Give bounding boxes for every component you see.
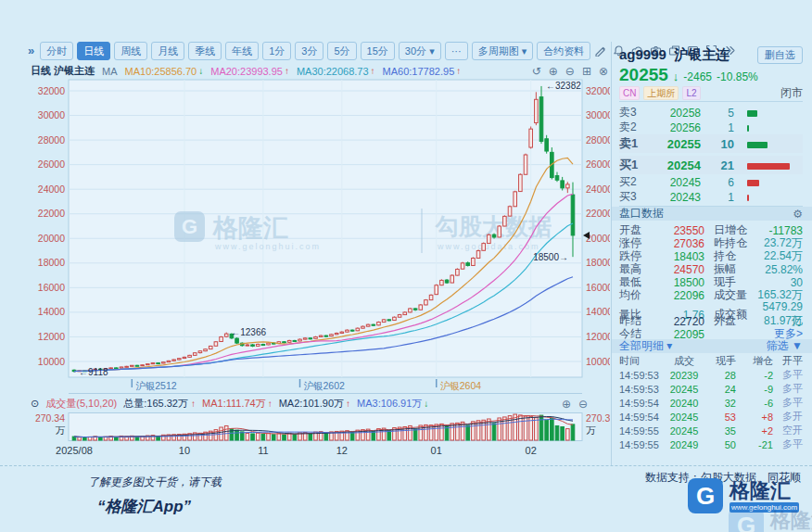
undo-icon[interactable]: ↺ <box>532 65 541 78</box>
indicator-settings-icon[interactable]: ⊙ <box>31 398 39 410</box>
period-button-30分[interactable]: 30分 ▾ <box>399 42 441 60</box>
detail-toolbar: 全部明细 ▾ 筛选 ▼ <box>612 339 812 353</box>
svg-text:11: 11 <box>258 445 268 456</box>
bid-row-买1[interactable]: 买12025421 <box>619 156 803 174</box>
period-button-日线[interactable]: 日线 <box>77 42 110 60</box>
chart-title: 日线 沪银主连 <box>31 64 95 78</box>
period-buttons: 分时日线周线月线季线年线1分3分5分15分30分 ▾···多周期图 ▾合约资料 <box>40 42 594 60</box>
svg-text:万: 万 <box>586 424 596 436</box>
trade-row[interactable]: 14:59:532024524-9多平 <box>619 382 803 396</box>
period-button-···[interactable]: ··· <box>445 42 468 60</box>
trade-row[interactable]: 14:59:532023928-2多平 <box>619 368 803 382</box>
pankou-header: 盘口数据 ⚙ <box>612 207 812 221</box>
ma-legend-item-3: MA60:17782.95↑ <box>383 66 462 77</box>
ma-legend-item-2: MA30:22068.73↑ <box>297 66 375 77</box>
svg-text:万: 万 <box>56 424 66 436</box>
badge-L2: L2 <box>682 86 700 100</box>
volume-zoom-icons: ⊕ ⊖ <box>562 398 608 411</box>
svg-text:←12366: ←12366 <box>231 327 266 337</box>
svg-text:2025/08: 2025/08 <box>56 445 93 456</box>
period-button-月线[interactable]: 月线 <box>151 42 184 60</box>
trade-row[interactable]: 14:59:552024535+2空开 <box>619 424 803 437</box>
svg-text:格隆汇: 格隆汇 <box>212 214 288 242</box>
svg-text:←32382: ←32382 <box>546 81 581 91</box>
volume-indicator-label: 成交量(5,10,20) <box>45 397 117 411</box>
gear-icon[interactable]: ⚙ <box>793 208 803 221</box>
bid-row-买3[interactable]: 买3202431 <box>619 189 803 204</box>
price-down-arrow-icon: ↓ <box>673 68 679 86</box>
settings-icon[interactable]: ⊗ <box>599 65 608 78</box>
pankou-title: 盘口数据 <box>619 206 664 222</box>
vol-zoom-in-icon[interactable]: ⊕ <box>562 398 571 411</box>
period-button-多周期图[interactable]: 多周期图 ▾ <box>472 42 534 60</box>
draw-icon[interactable] <box>594 44 606 57</box>
period-button-5分[interactable]: 5分 <box>327 42 356 60</box>
period-toolbar: » 分时日线周线月线季线年线1分3分5分15分30分 ▾···多周期图 ▾合约资… <box>26 42 610 63</box>
trading-app: » 分时日线周线月线季线年线1分3分5分15分30分 ▾···多周期图 ▾合约资… <box>26 42 812 465</box>
pankou-row-最高: 最高24570振幅25.82% <box>619 261 803 274</box>
ma-legend-item-1: MA20:23993.95↑ <box>210 66 289 77</box>
svg-text:10000: 10000 <box>38 356 65 367</box>
svg-text:16000: 16000 <box>38 282 65 293</box>
promo-line2: “格隆汇App” <box>97 496 222 517</box>
period-button-周线[interactable]: 周线 <box>114 42 147 60</box>
all-detail-dropdown[interactable]: 全部明细 ▾ <box>619 338 672 354</box>
svg-text:←9118: ←9118 <box>79 367 108 377</box>
main-candlestick-chart[interactable]: 1000010000120001200014000140001600016000… <box>26 79 610 394</box>
svg-text:270.34: 270.34 <box>586 412 610 424</box>
pankou-row-均价: 均价22096成交量165.32万 <box>619 287 803 300</box>
filter-button[interactable]: 筛选 ▼ <box>767 338 803 354</box>
trade-row[interactable]: 14:59:542024032-6多平 <box>619 396 803 410</box>
collapse-chevrons-icon[interactable]: » <box>28 44 34 57</box>
gelonghui-logo-text: 格隆汇 <box>730 480 799 502</box>
svg-text:www.gelonghui.com: www.gelonghui.com <box>214 242 321 251</box>
period-button-1分[interactable]: 1分 <box>262 42 291 60</box>
svg-text:10: 10 <box>179 445 190 456</box>
svg-text:28000: 28000 <box>586 134 610 146</box>
period-button-分时[interactable]: 分时 <box>40 42 73 60</box>
period-button-合约资料[interactable]: 合约资料 <box>537 42 590 60</box>
svg-text:14000: 14000 <box>38 306 65 317</box>
zoom-in-icon[interactable]: ⊕ <box>549 65 558 78</box>
svg-text:14000: 14000 <box>586 306 610 317</box>
gelonghui-logo-ghost: G 格隆汇 www.gelonghui.com <box>729 508 812 532</box>
period-button-15分[interactable]: 15分 <box>361 42 395 60</box>
svg-text:18500→: 18500→ <box>533 252 568 262</box>
dashed-separator <box>0 465 812 466</box>
remove-watchlist-button[interactable]: 删自选 <box>757 46 803 64</box>
period-button-年线[interactable]: 年线 <box>225 42 259 60</box>
svg-text:18000: 18000 <box>586 257 610 268</box>
svg-text:沪银2602: 沪银2602 <box>304 380 346 391</box>
vol-zoom-out-icon[interactable]: ⊖ <box>578 398 588 411</box>
volume-chart[interactable]: 270.34万270.34万2025/081011120102 <box>26 412 610 461</box>
svg-text:12000: 12000 <box>586 331 610 342</box>
ma-legend-row: 日线 沪银主连 MA MA10:25856.70↓MA20:23993.95↑M… <box>31 63 608 79</box>
add-box-icon[interactable]: ⊞ <box>582 65 591 78</box>
svg-text:沪银2604: 沪银2604 <box>440 380 482 391</box>
svg-text:16000: 16000 <box>586 282 610 293</box>
period-button-季线[interactable]: 季线 <box>188 42 222 60</box>
trade-table-header: 时间成交现手增仓开平 <box>619 354 803 368</box>
ask-row-卖1[interactable]: 卖12025510 <box>619 134 803 153</box>
svg-text:02: 02 <box>526 445 537 456</box>
instrument-title: ag9999 沪银主连 <box>619 46 730 64</box>
up-arrow-icon: ↑ <box>191 399 196 409</box>
svg-text:10000: 10000 <box>586 356 610 367</box>
svg-text:26000: 26000 <box>586 158 610 170</box>
badge-CN: CN <box>619 86 640 100</box>
svg-text:24000: 24000 <box>38 184 65 195</box>
zoom-out-icon[interactable]: ⊖ <box>565 65 575 78</box>
trade-row[interactable]: 14:59:552024950-21多平 <box>619 437 803 451</box>
vol-ma-legend-item-0: MA1:111.74万↑ <box>202 397 273 411</box>
ma-legend-item-0: MA10:25856.70↓ <box>125 66 204 77</box>
svg-text:26000: 26000 <box>38 158 65 170</box>
period-button-3分[interactable]: 3分 <box>295 42 324 60</box>
ask-row-卖2[interactable]: 卖2202561 <box>619 120 803 134</box>
price-change: -2465 <box>683 70 712 83</box>
trade-row[interactable]: 14:59:542024553+8多开 <box>619 410 803 424</box>
svg-text:24000: 24000 <box>586 184 610 195</box>
svg-text:12000: 12000 <box>38 331 65 342</box>
pankou-row-昨结: 昨结22720外盘81.97万 <box>619 313 803 326</box>
bid-row-买2[interactable]: 买2202456 <box>619 174 803 189</box>
ask-row-卖3[interactable]: 卖3202585 <box>619 105 803 120</box>
